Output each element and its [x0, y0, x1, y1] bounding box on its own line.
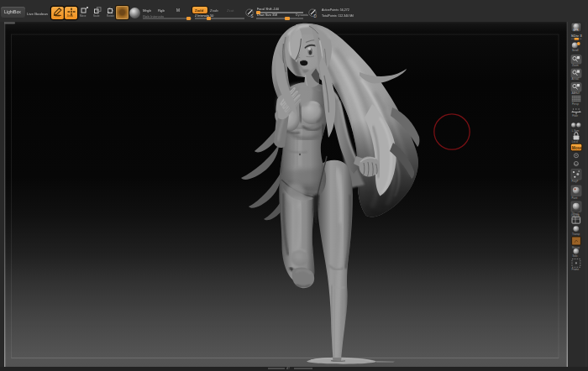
svg-text:Move: Move — [572, 146, 583, 150]
svg-text:Solo: Solo — [572, 254, 577, 258]
svg-text:Paint: Paint — [572, 196, 578, 200]
svg-text:Persp: Persp — [572, 102, 579, 106]
svg-text:Frame: Frame — [572, 268, 580, 271]
svg-text:Line FR: Line FR — [571, 214, 580, 217]
svg-text:Matcap: Matcap — [572, 246, 580, 249]
svg-text:S: S — [251, 14, 254, 18]
svg-text:Local: Local — [572, 140, 579, 144]
svg-text:SDiv 3: SDiv 3 — [571, 34, 582, 38]
svg-text:Floor: Floor — [572, 114, 578, 118]
svg-text:Actual: Actual — [572, 77, 580, 81]
svg-text:PolyF: PolyF — [572, 180, 579, 183]
svg-text:Zoom: Zoom — [572, 64, 579, 67]
svg-text:AAHalf: AAHalf — [571, 91, 580, 95]
svg-text:BPR: BPR — [573, 29, 579, 32]
svg-text:Transp: Transp — [572, 233, 580, 236]
svg-text:D: D — [313, 14, 317, 18]
svg-text:L.Sym: L.Sym — [572, 129, 580, 133]
svg-text:Scroll: Scroll — [572, 49, 579, 52]
